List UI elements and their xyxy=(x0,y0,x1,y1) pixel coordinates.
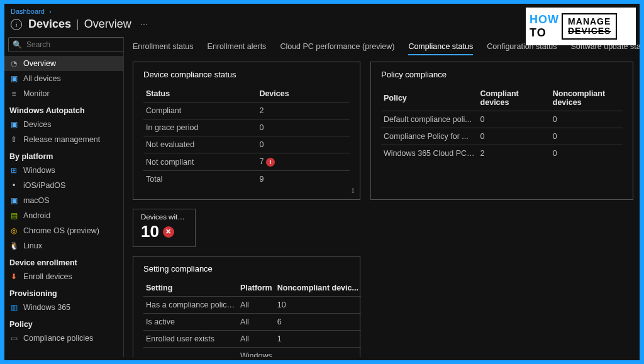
chrome-icon: ◎ xyxy=(9,226,18,235)
sidebar-item-linux[interactable]: 🐧Linux xyxy=(4,238,123,253)
sidebar-item-label: Compliance policies xyxy=(23,334,93,343)
col-noncompliant[interactable]: Noncompliant devic... xyxy=(275,280,361,297)
logo-badge: HOW TO MANAGE DEVICES xyxy=(526,8,636,45)
info-icon: i xyxy=(11,19,22,30)
shield-icon: ▭ xyxy=(9,334,18,343)
sidebar-item-compliance-policies[interactable]: ▭Compliance policies xyxy=(4,331,123,346)
sidebar-item-label: Windows xyxy=(23,166,55,175)
sidebar-item-label: Monitor xyxy=(23,89,50,98)
tab-enrollment-alerts[interactable]: Enrollment alerts xyxy=(208,42,267,55)
nav-group-policy: Policy xyxy=(4,315,123,331)
nav-group-enroll: Device enrollment xyxy=(4,253,123,269)
table-row[interactable]: Is activeAll6 xyxy=(143,314,361,331)
card-devices-without[interactable]: Devices without... 10 ✕ xyxy=(133,209,196,247)
sidebar-item-windows[interactable]: ⊞Windows xyxy=(4,163,123,178)
tab-cloud-pc-performance-preview-[interactable]: Cloud PC performance (preview) xyxy=(280,42,394,55)
search-box[interactable]: 🔍 xyxy=(8,37,124,52)
sidebar-item-label: iOS/iPadOS xyxy=(23,181,65,190)
sidebar-item-release-management[interactable]: ⇧Release management xyxy=(4,132,123,147)
mini-title: Devices without... xyxy=(141,213,187,221)
error-icon: ✕ xyxy=(163,226,174,238)
table-row[interactable]: Compliance Policy for ...00 xyxy=(381,128,623,145)
sidebar-item-ios-ipados[interactable]: •iOS/iPadOS xyxy=(4,178,123,193)
apple-icon: • xyxy=(9,181,18,190)
sidebar-item-label: Overview xyxy=(23,59,56,68)
col-compliant[interactable]: Compliant devices xyxy=(478,85,550,111)
android-icon: ▤ xyxy=(9,211,18,220)
table-row[interactable]: AntivirusWindows 10 and later0 xyxy=(143,348,361,358)
tab-compliance-status[interactable]: Compliance status xyxy=(408,42,473,55)
sidebar-item-label: Release management xyxy=(23,135,100,144)
table-row[interactable]: Has a compliance policy assig...All10 xyxy=(143,297,361,314)
col-status[interactable]: Status xyxy=(143,85,257,102)
table-row[interactable]: Not compliant7! xyxy=(143,153,350,171)
chevron-right-icon: › xyxy=(49,8,52,15)
card-device-compliance: Device compliance status Status Devices … xyxy=(133,62,360,200)
sidebar-item-enroll-devices[interactable]: ⬇Enroll devices xyxy=(4,269,123,284)
table-row[interactable]: Enrolled user existsAll1 xyxy=(143,331,361,348)
clock-icon: ◔ xyxy=(9,59,18,68)
sidebar-item-overview[interactable]: ◔Overview xyxy=(4,56,123,71)
card-title: Device compliance status xyxy=(143,70,350,79)
monitor-icon: ▣ xyxy=(9,120,18,129)
mini-value: 10 xyxy=(141,222,159,241)
list-icon: ≡ xyxy=(9,89,18,98)
sidebar-item-label: Chrome OS (preview) xyxy=(23,226,99,235)
search-input[interactable] xyxy=(25,40,122,50)
sidebar-item-all-devices[interactable]: ▣All devices xyxy=(4,71,123,86)
logo-text-to: TO xyxy=(530,26,559,40)
more-ellipsis-icon[interactable]: ⋯ xyxy=(140,20,149,29)
sidebar-item-windows-365[interactable]: ▥Windows 365 xyxy=(4,300,123,315)
table-row[interactable]: Default compliance poli...00 xyxy=(381,111,623,128)
sidebar-item-monitor[interactable]: ≡Monitor xyxy=(4,86,123,101)
content-pane[interactable]: Enrollment statusEnrollment alertsCloud … xyxy=(124,37,640,357)
card-title: Policy compliance xyxy=(381,70,623,79)
card-setting-compliance: Setting compliance Setting Platform Nonc… xyxy=(133,256,360,357)
table-row[interactable]: Total9 xyxy=(143,171,350,188)
sidebar-item-label: Linux xyxy=(23,241,42,250)
table-row[interactable]: Not evaluated0 xyxy=(143,136,350,153)
windows-icon: ⊞ xyxy=(9,166,18,175)
nav-group-autopatch: Windows Autopatch xyxy=(4,101,123,117)
sidebar-item-chrome-os-preview-[interactable]: ◎Chrome OS (preview) xyxy=(4,223,123,238)
search-icon: 🔍 xyxy=(13,40,22,49)
cloud-pc-icon: ▥ xyxy=(9,303,18,312)
sidebar-item-macos[interactable]: ▣macOS xyxy=(4,193,123,208)
logo-text-devices: DEVICES xyxy=(568,26,611,36)
monitor-icon: ▣ xyxy=(9,74,18,83)
logo-text-manage: MANAGE xyxy=(568,17,611,26)
sidebar-item-android[interactable]: ▤Android xyxy=(4,208,123,223)
table-row[interactable]: In grace period0 xyxy=(143,119,350,136)
alert-badge-icon: ! xyxy=(266,158,275,167)
card-policy-compliance: Policy compliance Policy Compliant devic… xyxy=(370,62,633,200)
nav-group-platform: By platform xyxy=(4,147,123,163)
monitor-icon: ▣ xyxy=(9,196,18,205)
sidebar-item-label: Windows 365 xyxy=(23,303,70,312)
sidebar-item-label: macOS xyxy=(23,196,50,205)
footnote-1: 1 xyxy=(351,186,355,196)
col-devices[interactable]: Devices xyxy=(257,85,350,102)
card-title: Setting compliance xyxy=(143,264,350,273)
tab-enrollment-status[interactable]: Enrollment status xyxy=(133,42,194,55)
sidebar-item-label: Devices xyxy=(23,120,51,129)
sidebar-item-label: Enroll devices xyxy=(23,272,72,281)
col-setting[interactable]: Setting xyxy=(143,280,238,297)
table-row[interactable]: Windows 365 Cloud PC ...20 xyxy=(381,145,623,162)
col-platform[interactable]: Platform xyxy=(238,280,275,297)
sidebar[interactable]: 🔍 « ◔Overview▣All devices≡Monitor Window… xyxy=(4,37,124,357)
sidebar-item-devices[interactable]: ▣Devices xyxy=(4,117,123,132)
nav-group-prov: Provisioning xyxy=(4,284,123,300)
penguin-icon: 🐧 xyxy=(9,241,18,250)
page-title: Devices | Overview xyxy=(28,18,131,31)
upload-icon: ⇧ xyxy=(9,135,18,144)
download-icon: ⬇ xyxy=(9,272,18,281)
col-policy[interactable]: Policy xyxy=(381,85,478,111)
sidebar-item-label: Android xyxy=(23,211,50,220)
col-noncompliant[interactable]: Noncompliant devices xyxy=(550,85,623,111)
logo-text-how: HOW xyxy=(530,13,559,26)
sidebar-item-label: All devices xyxy=(23,74,61,83)
table-row[interactable]: Compliant2 xyxy=(143,102,350,119)
breadcrumb-dashboard[interactable]: Dashboard xyxy=(11,8,45,15)
